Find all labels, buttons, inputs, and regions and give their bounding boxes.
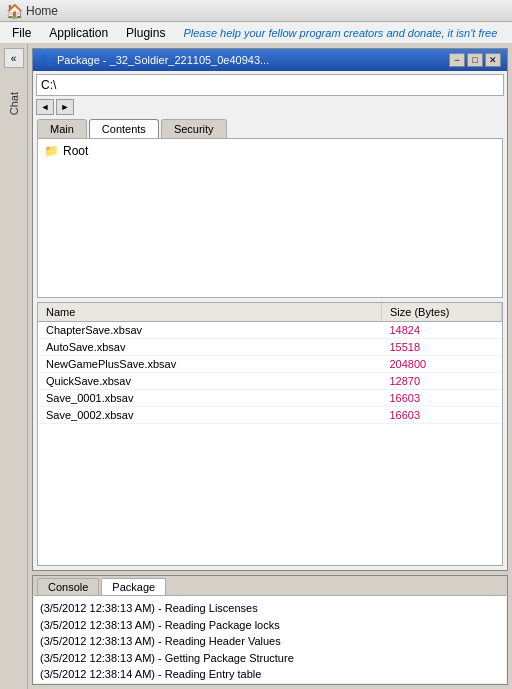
main-layout: « Chat 🐾 Package - _32_Soldier_221105_0e… [0,44,512,689]
bottom-tab-bar: Console Package [33,576,507,595]
bottom-panel: Console Package (3/5/2012 12:38:13 AM) -… [32,575,508,685]
file-name-cell: Save_0001.xbsav [38,390,382,407]
menu-bar: File Application Plugins Please help you… [0,22,512,44]
title-text: Home [26,4,506,18]
window-controls: − □ ✕ [449,53,501,67]
log-line: (3/5/2012 12:38:13 AM) - Getting Package… [40,650,500,667]
menu-plugins[interactable]: Plugins [118,24,173,42]
log-panel: (3/5/2012 12:38:13 AM) - Reading Liscens… [34,595,506,683]
menu-file[interactable]: File [4,24,39,42]
home-icon: 🏠 [6,3,22,19]
file-name-cell: ChapterSave.xbsav [38,322,382,339]
maximize-button[interactable]: □ [467,53,483,67]
bottom-tab-package[interactable]: Package [101,578,166,595]
log-line: (3/5/2012 12:38:13 AM) - Reading Package… [40,617,500,634]
content-area: 🐾 Package - _32_Soldier_221105_0e40943..… [28,44,512,689]
close-button[interactable]: ✕ [485,53,501,67]
path-forward-button[interactable]: ► [56,99,74,115]
folder-icon: 📁 [44,144,59,158]
sidebar-collapse-button[interactable]: « [4,48,24,68]
log-line: (3/5/2012 12:38:13 AM) - Reading Liscens… [40,600,500,617]
log-line: (3/5/2012 12:38:14 AM) - Reading Entry t… [40,666,500,683]
log-line: (3/5/2012 12:38:13 AM) - Reading Header … [40,633,500,650]
minimize-button[interactable]: − [449,53,465,67]
path-text: C:\ [41,78,56,92]
file-name-cell: NewGamePlusSave.xbsav [38,356,382,373]
tab-security[interactable]: Security [161,119,227,138]
file-size-cell: 15518 [382,339,502,356]
tab-bar: Main Contents Security [33,117,507,138]
col-header-name: Name [38,303,382,322]
sidebar: « Chat [0,44,28,689]
table-row[interactable]: NewGamePlusSave.xbsav204800 [38,356,502,373]
table-row[interactable]: ChapterSave.xbsav14824 [38,322,502,339]
file-name-cell: Save_0002.xbsav [38,407,382,424]
files-table: Name Size (Bytes) ChapterSave.xbsav14824… [38,303,502,424]
path-bar: C:\ [36,74,504,96]
file-size-cell: 16603 [382,390,502,407]
files-table-container: Name Size (Bytes) ChapterSave.xbsav14824… [37,302,503,566]
package-window: 🐾 Package - _32_Soldier_221105_0e40943..… [32,48,508,571]
file-name-cell: QuickSave.xbsav [38,373,382,390]
file-size-cell: 204800 [382,356,502,373]
tree-root-item[interactable]: 📁 Root [42,143,498,159]
file-size-cell: 16603 [382,407,502,424]
file-name-cell: AutoSave.xbsav [38,339,382,356]
title-bar: 🏠 Home [0,0,512,22]
tab-main[interactable]: Main [37,119,87,138]
table-row[interactable]: Save_0002.xbsav16603 [38,407,502,424]
col-header-size: Size (Bytes) [382,303,502,322]
menu-notice: Please help your fellow program creators… [183,27,497,39]
menu-application[interactable]: Application [41,24,116,42]
package-title-bar: 🐾 Package - _32_Soldier_221105_0e40943..… [33,49,507,71]
sidebar-label: Chat [8,92,20,115]
package-icon: 🐾 [39,53,53,67]
table-row[interactable]: QuickSave.xbsav12870 [38,373,502,390]
tree-root-label: Root [63,144,88,158]
path-nav: ◄ ► [36,99,504,115]
tree-panel: 📁 Root [37,138,503,298]
bottom-tab-console[interactable]: Console [37,578,99,595]
table-row[interactable]: Save_0001.xbsav16603 [38,390,502,407]
tab-contents[interactable]: Contents [89,119,159,138]
path-back-button[interactable]: ◄ [36,99,54,115]
table-row[interactable]: AutoSave.xbsav15518 [38,339,502,356]
package-title-text: Package - _32_Soldier_221105_0e40943... [57,54,449,66]
file-size-cell: 14824 [382,322,502,339]
file-size-cell: 12870 [382,373,502,390]
